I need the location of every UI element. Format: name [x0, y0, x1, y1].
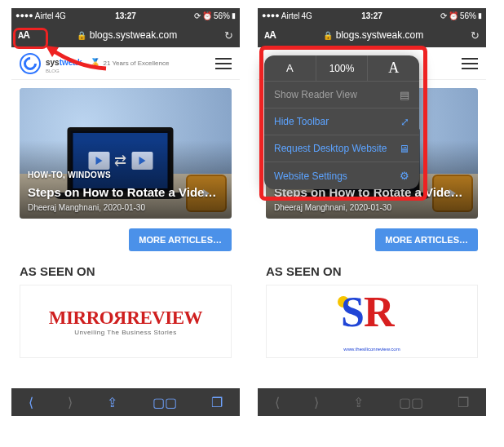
safari-toolbar: ⟨ ⟩ ⇪ ▢▢ ❐: [11, 388, 240, 416]
desktop-icon: 🖥: [399, 143, 409, 155]
article-byline: Dheeraj Manghnani, 2020-01-30: [274, 203, 391, 212]
forward-icon[interactable]: ⟩: [68, 395, 73, 410]
article-title: Steps on How to Rotate a Vide…: [28, 185, 225, 199]
network-label: 4G: [302, 11, 312, 20]
forward-icon[interactable]: ⟩: [314, 395, 319, 410]
status-bar: ●●●● Airtel 4G 13:27 ⟳ ⏰ 56% ▮: [11, 8, 240, 23]
as-seen-on-heading: AS SEEN ON: [20, 264, 232, 278]
press-logo-siliconreview: S R www.thesiliconreview.com: [266, 285, 478, 358]
annotation-arrow: [44, 44, 109, 73]
share-icon[interactable]: ⇪: [107, 395, 117, 410]
url-text: blogs.systweak.com: [90, 29, 177, 41]
back-icon[interactable]: ⟨: [275, 395, 280, 410]
text-size-smaller[interactable]: A: [264, 62, 316, 74]
right-screenshot: ●●●● Airtel 4G 13:27 ⟳ ⏰ 56% ▮ AA 🔒 blog…: [258, 8, 486, 416]
aa-menu-popover: A 100% A Show Reader View▤ Hide Toolbar⤢…: [264, 55, 419, 189]
hamburger-menu-icon[interactable]: [462, 58, 478, 69]
systweak-logo-icon: [20, 53, 41, 74]
press-logo-mirrorreview: MIRRORREVIEW Unveiling The Business Stor…: [20, 285, 232, 358]
article-byline: Dheeraj Manghnani, 2020-01-30: [28, 203, 145, 212]
orientation-lock-icon: ⟳: [440, 11, 447, 20]
article-tags: HOW-TO, WINDOWS: [28, 170, 111, 179]
network-label: 4G: [55, 11, 66, 20]
battery-icon: ▮: [478, 11, 482, 20]
clock: 13:27: [89, 11, 162, 20]
hamburger-menu-icon[interactable]: [215, 58, 232, 69]
bookmarks-icon[interactable]: ▢▢: [153, 395, 177, 410]
show-reader-view[interactable]: Show Reader View▤: [264, 82, 419, 108]
expand-icon: ⤢: [400, 116, 409, 128]
clock: 13:27: [335, 11, 409, 20]
website-settings[interactable]: Website Settings⚙: [264, 162, 419, 189]
battery-icon: ▮: [232, 11, 236, 20]
aa-button[interactable]: AA: [264, 29, 276, 41]
lock-icon: 🔒: [77, 31, 86, 40]
aa-button[interactable]: AA: [18, 29, 29, 41]
back-icon[interactable]: ⟨: [29, 395, 33, 410]
tabs-icon[interactable]: ❐: [458, 395, 469, 410]
battery-pct: 56%: [214, 11, 230, 20]
reload-icon[interactable]: ↻: [471, 29, 480, 42]
more-articles-button[interactable]: MORE ARTICLES…: [129, 228, 232, 251]
lock-icon: 🔒: [323, 31, 333, 40]
gear-icon: ⚙: [400, 170, 409, 182]
carrier-label: Airtel: [35, 11, 54, 20]
battery-pct: 56%: [460, 11, 476, 20]
as-seen-on-heading: AS SEEN ON: [266, 264, 478, 278]
signal-icon: ●●●●: [262, 11, 280, 20]
bookmarks-icon[interactable]: ▢▢: [399, 395, 423, 410]
left-screenshot: ●●●● Airtel 4G 13:27 ⟳ ⏰ 56% ▮ AA 🔒 blog…: [11, 8, 240, 416]
tabs-icon[interactable]: ❐: [211, 395, 223, 410]
share-icon[interactable]: ⇪: [353, 395, 364, 410]
orientation-lock-icon: ⟳: [194, 11, 201, 20]
alarm-icon: ⏰: [202, 11, 212, 20]
url-text: blogs.systweak.com: [336, 29, 423, 41]
alarm-icon: ⏰: [449, 11, 458, 20]
carrier-label: Airtel: [281, 11, 300, 20]
status-bar: ●●●● Airtel 4G 13:27 ⟳ ⏰ 56% ▮: [258, 8, 486, 23]
hide-toolbar[interactable]: Hide Toolbar⤢: [264, 108, 419, 135]
reader-icon: ▤: [400, 89, 409, 101]
text-size-larger[interactable]: A: [368, 60, 419, 77]
request-desktop-website[interactable]: Request Desktop Website🖥: [264, 135, 419, 162]
more-articles-button[interactable]: MORE ARTICLES…: [375, 228, 478, 251]
signal-icon: ●●●●: [15, 11, 33, 20]
address-bar: AA 🔒 blogs.systweak.com ↻: [258, 23, 486, 47]
reload-icon[interactable]: ↻: [224, 29, 233, 42]
article-card[interactable]: ⇄ HOW-TO, WINDOWS Steps on How to Rotate…: [20, 88, 232, 219]
safari-toolbar: ⟨ ⟩ ⇪ ▢▢ ❐: [258, 388, 486, 416]
zoom-level[interactable]: 100%: [316, 55, 369, 82]
